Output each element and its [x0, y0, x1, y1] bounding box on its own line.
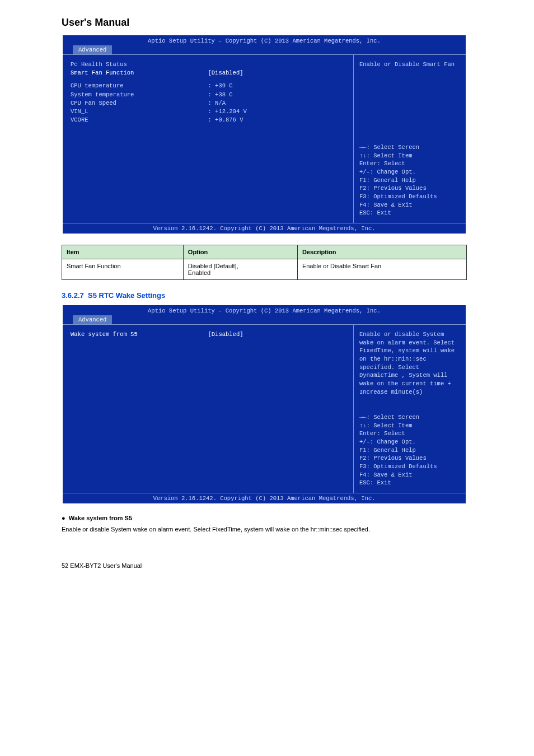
bios-footer: Version 2.16.1242. Copyright (C) 2013 Am… — [63, 493, 466, 503]
doc-title: User's Manual — [62, 17, 467, 29]
body-text: Enable or disable System wake on alarm e… — [62, 525, 467, 534]
th-desc: Description — [297, 245, 466, 259]
bios-rtc-wake: Aptio Setup Utility – Copyright (C) 2013… — [62, 304, 467, 505]
vin-l-item: VIN_L : +12.204 V — [71, 108, 345, 116]
th-option: Option — [183, 245, 297, 259]
bios-settings-pane: Wake system from S5 [Disabled] — [63, 325, 354, 493]
vcore-item: VCORE : +0.876 V — [71, 116, 345, 124]
table-row: Smart Fan Function Disabled [Default], E… — [62, 259, 467, 280]
bios-nav-help: →←: Select Screen ↑↓: Select Item Enter:… — [359, 143, 460, 217]
tab-advanced[interactable]: Advanced — [73, 315, 112, 324]
bios-header: Aptio Setup Utility – Copyright (C) 2013… — [63, 35, 466, 45]
tab-advanced[interactable]: Advanced — [73, 45, 112, 54]
cpu-temp-item: CPU temperature : +39 C — [71, 82, 345, 90]
bios-footer: Version 2.16.1242. Copyright (C) 2013 Am… — [63, 223, 466, 234]
sys-temp-item: System temperature : +38 C — [71, 91, 345, 99]
bios-header: Aptio Setup Utility – Copyright (C) 2013… — [63, 305, 466, 315]
bios-nav-help: →←: Select Screen ↑↓: Select Item Enter:… — [359, 413, 460, 487]
bios-settings-pane: Pc Health Status Smart Fan Function [Dis… — [63, 55, 354, 223]
page-footer: 52 EMX-BYT2 User's Manual — [62, 562, 467, 569]
bios-help-text: Enable or disable System wake on alarm e… — [359, 330, 460, 396]
ph-status-heading: Pc Health Status — [71, 60, 345, 69]
section-heading: 3.6.2.7 S5 RTC Wake Settings — [62, 291, 467, 300]
options-table: Item Option Description Smart Fan Functi… — [62, 245, 467, 280]
th-item: Item — [62, 245, 184, 259]
bios-health-status: Aptio Setup Utility – Copyright (C) 2013… — [62, 34, 467, 235]
cpu-fan-speed-item: CPU Fan Speed : N/A — [71, 99, 345, 108]
bios-help-text: Enable or Disable Smart Fan — [359, 60, 460, 69]
smart-fan-item[interactable]: Smart Fan Function [Disabled] — [71, 69, 345, 77]
wake-s5-item[interactable]: Wake system from S5 [Disabled] — [71, 330, 345, 339]
bullet-wake-s5: ● Wake system from S5 — [62, 515, 467, 521]
